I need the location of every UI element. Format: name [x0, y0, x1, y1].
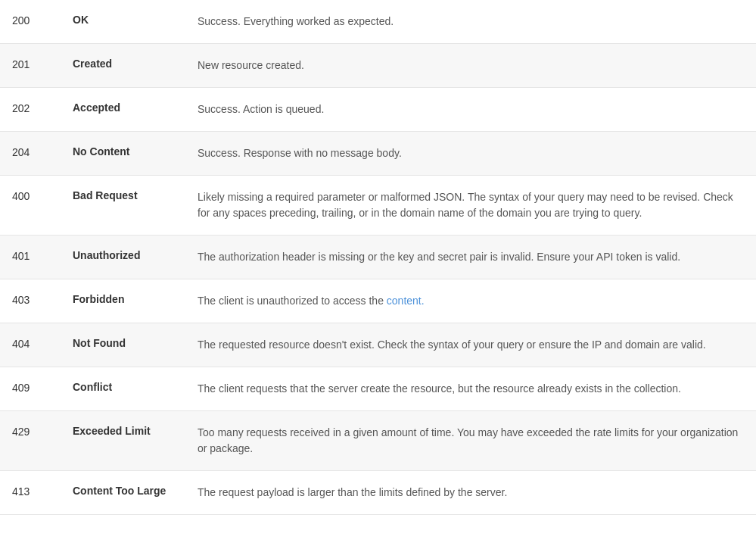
status-description: Too many requests received in a given am… [198, 425, 744, 457]
status-code: 404 [12, 337, 73, 350]
table-row: 409ConflictThe client requests that the … [0, 367, 756, 411]
status-code: 201 [12, 58, 73, 70]
status-description: Success. Everything worked as expected. [198, 14, 744, 30]
table-row: 200OKSuccess. Everything worked as expec… [0, 0, 756, 44]
status-code: 400 [12, 189, 73, 202]
status-label: Created [73, 58, 198, 70]
status-label: Forbidden [73, 293, 198, 305]
table-row: 404Not FoundThe requested resource doesn… [0, 323, 756, 367]
status-description: Success. Action is queued. [198, 101, 744, 117]
status-code: 429 [12, 425, 73, 438]
status-description: The requested resource doesn't exist. Ch… [198, 337, 744, 353]
status-code: 204 [12, 145, 73, 158]
status-code: 401 [12, 249, 73, 262]
table-row: 202AcceptedSuccess. Action is queued. [0, 88, 756, 132]
status-label: Unauthorized [73, 249, 198, 261]
status-label: Conflict [73, 381, 198, 393]
status-label: No Content [73, 145, 198, 158]
status-label: OK [73, 14, 198, 26]
status-codes-table: 200OKSuccess. Everything worked as expec… [0, 0, 756, 515]
status-code: 202 [12, 101, 73, 114]
table-row: 400Bad RequestLikely missing a required … [0, 176, 756, 236]
status-code: 409 [12, 381, 73, 394]
status-description: The request payload is larger than the l… [198, 485, 744, 501]
status-label: Not Found [73, 337, 198, 349]
table-row: 429Exceeded LimitToo many requests recei… [0, 411, 756, 471]
status-code: 200 [12, 14, 73, 27]
table-row: 401UnauthorizedThe authorization header … [0, 236, 756, 279]
table-row: 204No ContentSuccess. Response with no m… [0, 132, 756, 176]
status-description: Likely missing a required parameter or m… [198, 189, 744, 221]
status-code: 403 [12, 293, 73, 306]
status-code: 413 [12, 485, 73, 498]
status-description: The client requests that the server crea… [198, 381, 744, 397]
table-row: 201CreatedNew resource created. [0, 44, 756, 88]
table-row: 403ForbiddenThe client is unauthorized t… [0, 279, 756, 323]
table-row: 413Content Too LargeThe request payload … [0, 471, 756, 515]
status-description: New resource created. [198, 58, 744, 73]
status-description: Success. Response with no message body. [198, 145, 744, 161]
status-label: Bad Request [73, 189, 198, 201]
status-label: Accepted [73, 101, 198, 114]
status-description-link[interactable]: content. [387, 295, 425, 307]
status-description: The authorization header is missing or t… [198, 249, 744, 265]
status-label: Content Too Large [73, 485, 198, 497]
status-label: Exceeded Limit [73, 425, 198, 437]
status-description: The client is unauthorized to access the… [198, 293, 744, 309]
